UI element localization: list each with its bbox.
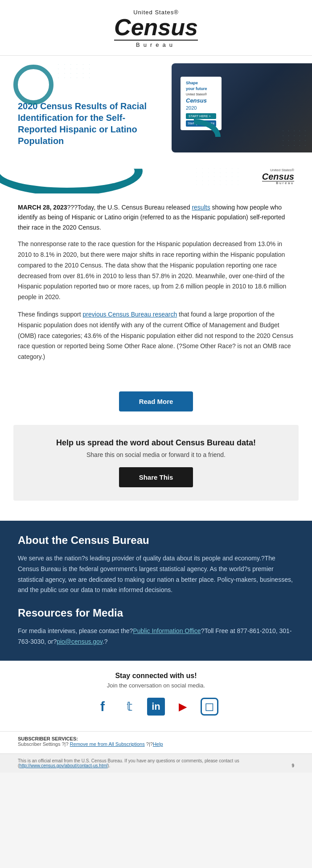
official-text-end: ). [107, 763, 110, 768]
official-notice: This is an official email from the U.S. … [0, 753, 312, 773]
stay-connected-section: Stay connected with us! Join the convers… [0, 661, 312, 731]
bureau-text: Bureau [114, 40, 198, 48]
hero-title: 2020 Census Results of Racial Identifica… [18, 100, 163, 147]
article-content: MARCH 28, 2023???Today, the U.S. Census … [0, 193, 312, 383]
wave-section: · · · · · · · ·· · · · · · · ·· · · · · … [0, 160, 312, 193]
start-here-label: START HERE > [186, 113, 216, 119]
read-more-button[interactable]: Read More [119, 391, 193, 411]
spacer [0, 510, 312, 516]
stay-connected-title: Stay connected with us! [18, 672, 294, 680]
hero-right: Shapeyour future United States® Census 2… [172, 63, 312, 152]
page-number: 9 [291, 763, 294, 768]
paragraph2-suffix: that found a large proportion of the His… [18, 311, 293, 360]
about-title: About the Census Bureau [18, 534, 294, 547]
results-link[interactable]: results [192, 204, 210, 211]
article-paragraph-2: These findings support previous Census B… [18, 309, 294, 362]
facebook-icon[interactable]: f [94, 698, 111, 716]
email-wrapper: United States® Census Bureau · · · · · ·… [0, 0, 312, 773]
census-logo: United States® Census Bureau [114, 9, 198, 48]
shape-text: Shapeyour future [186, 80, 216, 91]
wave-dots: · · · · · · · ·· · · · · · · ·· · · · · … [196, 167, 241, 187]
overlay-us: United States® [186, 92, 207, 97]
hero-section: · · · · · ·· · · · · ·· · · · · ·· · · ·… [0, 56, 312, 160]
share-subtext: Share this on social media or forward it… [31, 451, 281, 458]
youtube-icon[interactable]: ▶ [174, 698, 192, 716]
paragraph2-prefix: These findings support [18, 311, 83, 318]
about-text: We serve as the nation?s leading provide… [18, 553, 294, 596]
social-icons-row: f 𝕥 in ▶ ◻ [18, 698, 294, 716]
hero-image: Shapeyour future United States® Census 2… [172, 63, 312, 152]
census-wordmark: Census [114, 16, 198, 39]
remove-suffix: ?|? [145, 741, 153, 747]
instagram-icon[interactable]: ◻ [201, 698, 218, 716]
image-dots: · · · · ·· · · · ·· · · · ·· · · · · [283, 128, 308, 148]
subscriber-label: SUBSCRIBER SERVICES: [18, 736, 294, 741]
email-link[interactable]: pio@census.gov [57, 638, 103, 645]
overlay-year: 2020 [186, 105, 207, 111]
research-link[interactable]: previous Census Bureau research [83, 311, 177, 318]
subscriber-services: SUBSCRIBER SERVICES: Subscriber Settings… [0, 731, 312, 753]
small-census-logo: United States® Census Bureau [262, 168, 294, 185]
article-date: MARCH 28, 2023 [18, 204, 67, 211]
twitter-icon[interactable]: 𝕥 [120, 698, 138, 716]
header: United States® Census Bureau [0, 0, 312, 56]
resources-text: For media interviews, please contact the… [18, 626, 294, 647]
help-link[interactable]: Help [153, 741, 163, 747]
dots-decoration: · · · · · ·· · · · · ·· · · · · ·· · · ·… [58, 62, 92, 80]
about-section: About the Census Bureau We serve as the … [0, 521, 312, 661]
share-heading: Help us spread the word about Census Bur… [31, 438, 281, 448]
hero-circle-decoration [13, 65, 53, 105]
article-paragraph-1: The nonresponse rate to the race questio… [18, 239, 294, 303]
overlay-census: Census [186, 97, 207, 105]
stay-connected-sub: Join the conversation on social media. [18, 682, 294, 689]
wave-container: · · · · · · · ·· · · · · · · ·· · · · · … [0, 165, 312, 193]
share-section: Help us spread the word about Census Bur… [13, 425, 299, 501]
wave-arc [0, 165, 143, 193]
hero-left: · · · · · ·· · · · · ·· · · · · ·· · · ·… [0, 56, 172, 160]
pio-link[interactable]: Public Information Office [133, 627, 201, 634]
subscriber-settings-text: Subscriber Settings ?|? [18, 741, 70, 747]
article-intro: MARCH 28, 2023???Today, the U.S. Census … [18, 202, 294, 232]
read-more-section: Read More [0, 383, 312, 425]
remove-subscriptions-link[interactable]: Remove me from All Subscriptions [70, 741, 145, 747]
small-census-word: Census [262, 172, 294, 181]
linkedin-icon[interactable]: in [147, 698, 165, 716]
small-bureau-text: Bureau [262, 181, 294, 185]
contact-link[interactable]: http://www.census.gov/about/contact-us.h… [19, 763, 107, 768]
subscriber-links: Subscriber Settings ?|? Remove me from A… [18, 741, 294, 747]
share-button[interactable]: Share This [119, 467, 193, 487]
resources-title: Resources for Media [18, 607, 294, 619]
